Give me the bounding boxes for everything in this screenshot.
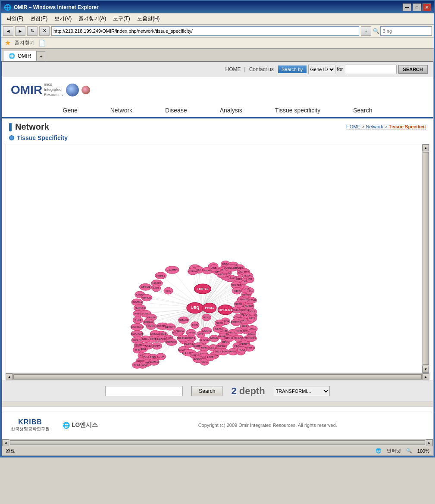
menu-file[interactable]: 파일(F) [3,14,27,24]
browser-horiz-scrollbar[interactable]: ◄ ► [2,439,433,446]
svg-point-391 [132,361,142,368]
menu-edit[interactable]: 편집(E) [27,14,51,24]
svg-point-421 [187,302,203,313]
svg-point-417 [237,346,246,353]
svg-point-393 [213,348,222,355]
page-title: Network [15,122,49,132]
menu-view[interactable]: 보기(V) [51,14,75,24]
section-title: Tissue Specificity [17,134,68,141]
breadcrumb-home[interactable]: HOME [346,124,360,129]
search-button[interactable]: Search [191,386,222,396]
network-canvas[interactable]: C11orf54 RNPS1 LYST HDAC3 GPSM1 HFO [6,144,422,373]
nav-contact-link[interactable]: Contact us [249,66,274,72]
site-topnav: HOME | Contact us Search by Gene ID for … [2,62,433,77]
forward-button[interactable]: ► [15,26,25,36]
browser-tab[interactable]: 🌐 OMIR [3,51,37,61]
searchby-select[interactable]: Gene ID [308,65,335,74]
favorites-label[interactable]: 즐겨찾기 [14,39,35,47]
svg-point-139 [165,266,179,274]
favorites-add-icon[interactable]: 📄 [38,40,46,47]
nav-separator: | [244,66,246,72]
svg-point-185 [178,317,189,324]
searchby-button[interactable]: Search by [278,65,307,73]
for-input[interactable] [345,65,397,74]
svg-point-209 [213,325,223,332]
address-input[interactable] [51,26,359,36]
svg-point-167 [133,317,143,324]
refresh-button[interactable]: ↻ [27,26,38,36]
svg-point-289 [247,315,257,322]
svg-point-405 [210,264,218,271]
scrollbar-thumb[interactable] [423,152,429,365]
svg-point-177 [165,324,176,330]
svg-point-351 [232,287,242,294]
nav-disease[interactable]: Disease [162,105,191,115]
scroll-left-button[interactable]: ◄ [6,373,13,380]
zone-icon: 🌐 [376,448,382,454]
svg-point-173 [146,323,156,330]
horizontal-scrollbar[interactable]: ◄ ► [6,373,429,380]
footer-logo1-container: KRIBB 한국생명공학연구원 [11,418,50,432]
svg-point-415 [247,276,254,283]
svg-point-419 [194,284,211,294]
nav-search[interactable]: Search [350,105,376,115]
svg-point-423 [203,303,216,313]
content-divider [2,401,433,407]
svg-point-363 [141,336,150,342]
depth-text: depth [239,386,265,396]
go-button[interactable]: → [361,26,371,36]
nav-gene[interactable]: Gene [59,105,81,115]
menu-favorites[interactable]: 즐겨찾기(A) [75,14,110,24]
page-title-icon [9,123,12,131]
network-svg: C11orf54 RNPS1 LYST HDAC3 GPSM1 HFO [6,144,422,373]
close-button[interactable]: ✕ [422,3,431,11]
browser-content-area: HOME | Contact us Search by Gene ID for … [1,61,434,456]
nav-analysis[interactable]: Analysis [216,105,246,115]
window-title: OMIR – Windows Internet Explorer [14,4,99,10]
node-select-dropdown[interactable]: TRANSFORMI... [274,386,330,396]
svg-point-171 [131,324,144,330]
new-tab-button[interactable]: + [37,51,45,61]
svg-point-371 [133,346,141,353]
svg-point-157 [141,294,152,301]
section-header: Tissue Specificity [2,132,433,144]
scroll-right-button[interactable]: ► [422,373,429,380]
nav-network[interactable]: Network [107,105,136,115]
browser-scroll-left[interactable]: ◄ [2,439,9,446]
svg-point-187 [202,314,211,321]
horiz-scrollbar-thumb[interactable] [13,374,422,380]
svg-point-395 [205,354,215,361]
site-search-button[interactable]: SEARCH [398,65,428,74]
browser-horiz-thumb[interactable] [10,440,425,445]
svg-point-211 [186,329,196,336]
nav-home-link[interactable]: HOME [225,66,241,72]
zoom-icon: 🔍 [406,448,412,454]
nav-tissue[interactable]: Tissue specificity [272,105,324,115]
network-scrollbar[interactable]: ▲ ▼ [422,144,429,373]
stop-button[interactable]: ✕ [39,26,50,36]
scroll-down-button[interactable]: ▼ [422,366,429,373]
maximize-button[interactable]: □ [413,3,421,11]
browser-scroll-right[interactable]: ► [426,439,433,446]
depth-number: 2 [231,386,236,396]
breadcrumb-network[interactable]: Network [366,124,383,129]
logo-globe [66,84,79,96]
footer-logo2: LG엔시스 [72,421,98,429]
node-search-input[interactable] [105,386,183,396]
svg-point-387 [231,319,241,326]
svg-point-413 [175,327,185,334]
browser-icon: 🌐 [4,4,11,11]
breadcrumb-current: Tissue Specificit [388,124,426,129]
svg-point-183 [131,330,143,337]
browser-search-input[interactable] [380,26,432,36]
svg-point-141 [155,272,167,279]
menu-tools[interactable]: 도구(T) [110,14,133,24]
minimize-button[interactable]: — [403,3,411,11]
back-button[interactable]: ◄ [3,26,13,36]
footer-logo1-sub: 한국생명공학연구원 [11,426,50,432]
scroll-up-button[interactable]: ▲ [422,144,429,151]
svg-point-333 [188,268,198,275]
svg-point-199 [201,327,212,334]
footer: KRIBB 한국생명공학연구원 🌐 LG엔시스 Copyright (c) 20… [2,411,433,439]
menu-help[interactable]: 도움말(H) [134,14,163,24]
